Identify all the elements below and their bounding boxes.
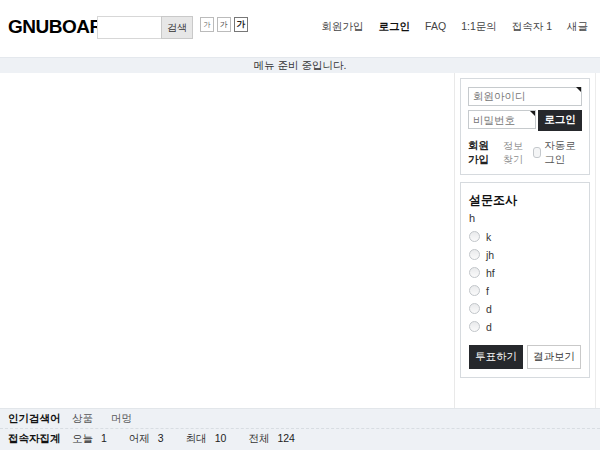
poll-box: 설문조사 h k jh hf f — [460, 182, 590, 378]
poll-option-label: jh — [486, 249, 494, 261]
poll-option[interactable]: k — [469, 231, 581, 243]
password-input[interactable] — [468, 110, 536, 129]
nav-visitors[interactable]: 접속자 1 — [512, 20, 552, 34]
radio-icon[interactable] — [469, 321, 480, 332]
nav-new-posts[interactable]: 새글 — [567, 20, 588, 34]
nav-faq[interactable]: FAQ — [425, 20, 446, 34]
register-link[interactable]: 회원가입 — [468, 139, 499, 167]
auto-login-label: 자동로그인 — [544, 139, 582, 167]
top-nav: 회원가입 로그인 FAQ 1:1문의 접속자 1 새글 — [322, 20, 588, 34]
auto-login-checkbox[interactable] — [533, 147, 541, 158]
poll-question: h — [469, 212, 581, 224]
member-id-input[interactable] — [468, 87, 582, 106]
keyword-link[interactable]: 머멍 — [111, 412, 132, 426]
radio-icon[interactable] — [469, 285, 480, 296]
font-larger-button[interactable]: 가 — [234, 17, 248, 32]
radio-icon[interactable] — [469, 267, 480, 278]
popular-keywords-row: 인기검색어 상품 머멍 — [0, 409, 600, 429]
sidebar: 로그인 회원가입 정보찾기 자동로그인 설문조사 h k — [455, 73, 595, 408]
stat-total: 전체 124 — [248, 432, 295, 446]
poll-option-label: k — [486, 231, 491, 243]
search-input[interactable] — [97, 16, 161, 39]
poll-option-label: d — [486, 303, 492, 315]
visitor-stats-row: 접속자집계 오늘 1 어제 3 최대 10 전체 124 — [0, 429, 600, 449]
member-id-required-marker-icon — [468, 86, 582, 106]
poll-result-button[interactable]: 결과보기 — [527, 345, 581, 369]
stat-max: 최대 10 — [186, 432, 227, 446]
footer: 인기검색어 상품 머멍 접속자집계 오늘 1 어제 3 최대 10 전체 124 — [0, 408, 600, 450]
menu-bar-message: 메뉴 준비 중입니다. — [0, 57, 600, 73]
radio-icon[interactable] — [469, 249, 480, 260]
nav-register[interactable]: 회원가입 — [322, 20, 364, 34]
stat-today: 오늘 1 — [72, 432, 107, 446]
poll-option-label: f — [486, 285, 489, 297]
poll-option[interactable]: d — [469, 303, 581, 315]
nav-qa[interactable]: 1:1문의 — [461, 20, 497, 34]
login-button[interactable]: 로그인 — [538, 110, 582, 131]
find-info-link[interactable]: 정보찾기 — [503, 139, 533, 167]
header: GNUBOARD5 검색 가 가 가 회원가입 로그인 FAQ 1:1문의 접속… — [0, 0, 600, 57]
password-required-marker-icon — [468, 110, 536, 131]
vote-button[interactable]: 투표하기 — [469, 345, 523, 369]
poll-option[interactable]: f — [469, 285, 581, 297]
keyword-link[interactable]: 상품 — [72, 412, 93, 426]
radio-icon[interactable] — [469, 303, 480, 314]
main-content-empty — [0, 73, 455, 408]
poll-option-label: hf — [486, 267, 495, 279]
font-size-buttons: 가 가 가 — [200, 17, 248, 32]
font-smaller-button[interactable]: 가 — [200, 17, 214, 32]
poll-option[interactable]: d — [469, 321, 581, 333]
search-group: 검색 — [97, 16, 193, 39]
login-box: 로그인 회원가입 정보찾기 자동로그인 — [460, 78, 590, 175]
radio-icon[interactable] — [469, 231, 480, 242]
poll-option-label: d — [486, 321, 492, 333]
stat-yesterday: 어제 3 — [129, 432, 164, 446]
content-area: 로그인 회원가입 정보찾기 자동로그인 설문조사 h k — [0, 73, 596, 408]
popular-keywords-label: 인기검색어 — [8, 412, 72, 426]
font-default-button[interactable]: 가 — [217, 17, 231, 32]
search-button[interactable]: 검색 — [161, 16, 193, 39]
nav-login[interactable]: 로그인 — [379, 20, 411, 34]
poll-options: k jh hf f d — [469, 231, 581, 333]
poll-title: 설문조사 — [469, 192, 581, 209]
visitor-stats-label: 접속자집계 — [8, 432, 72, 446]
poll-option[interactable]: jh — [469, 249, 581, 261]
poll-option[interactable]: hf — [469, 267, 581, 279]
